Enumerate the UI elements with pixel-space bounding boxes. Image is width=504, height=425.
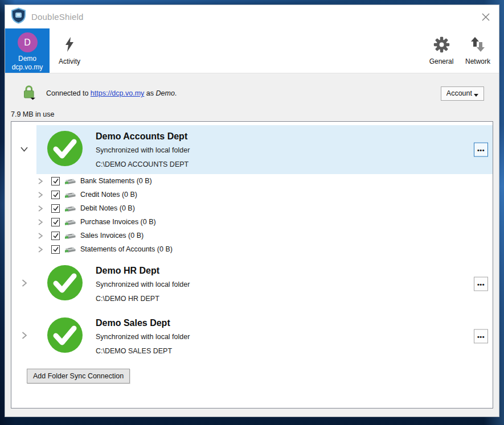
folder-checkbox[interactable] xyxy=(51,218,60,226)
activity-label: Activity xyxy=(59,57,80,65)
folder-row-debit-notes[interactable]: Debit Notes (0 B) xyxy=(11,201,493,215)
folder-label: Purchase Invoices (0 B) xyxy=(80,218,156,226)
sync-ok-icon xyxy=(47,130,83,169)
chevron-right-icon xyxy=(21,331,27,342)
connection-status-text: Connected to https://dcp.vo.my as Demo. xyxy=(46,89,177,97)
tab-account-demo[interactable]: D Demo dcp.vo.my xyxy=(5,28,50,73)
folder-checkbox[interactable] xyxy=(51,191,60,199)
connection-info: Demo Sales Dept Synchronized with local … xyxy=(96,317,190,356)
sync-ok-icon xyxy=(47,265,83,303)
folder-checkbox[interactable] xyxy=(51,232,60,240)
window-title: DoubleShield xyxy=(31,12,84,22)
desktop: { "window": { "title": "DoubleShield" },… xyxy=(0,0,504,425)
connected-prefix: Connected to xyxy=(46,89,91,97)
drive-icon xyxy=(64,245,76,254)
connection-sync-status: Synchronized with local folder xyxy=(96,333,190,341)
folder-label: Bank Statements (0 B) xyxy=(80,177,152,185)
connection-row-hr[interactable]: Demo HR Dept Synchronized with local fol… xyxy=(11,259,493,308)
chevron-right-icon[interactable] xyxy=(38,178,47,185)
folder-row-bank-statements[interactable]: Bank Statements (0 B) xyxy=(11,174,493,188)
connection-row-accounts[interactable]: Demo Accounts Dept Synchronized with loc… xyxy=(11,125,493,174)
connection-row-sales[interactable]: Demo Sales Dept Synchronized with local … xyxy=(11,312,493,361)
connection-info: Demo Accounts Dept Synchronized with loc… xyxy=(96,131,190,169)
account-menu-button[interactable]: Account xyxy=(441,86,484,101)
folder-row-sales-invoices[interactable]: Sales Invoices (0 B) xyxy=(11,229,493,242)
connection-local-path: C:\DEMO SALES DEPT xyxy=(96,347,190,356)
user-name: Demo xyxy=(155,89,174,97)
toolbar-spacer xyxy=(86,28,425,73)
connection-sync-status: Synchronized with local folder xyxy=(96,280,190,289)
add-folder-sync-connection-button[interactable]: Add Folder Sync Connection xyxy=(27,369,130,383)
folder-checkbox[interactable] xyxy=(51,177,60,185)
secure-lock-icon[interactable] xyxy=(22,84,36,102)
folder-checkbox[interactable] xyxy=(51,204,60,213)
chevron-right-icon[interactable] xyxy=(38,191,47,199)
chevron-right-icon[interactable] xyxy=(38,218,47,226)
tab-activity[interactable]: Activity xyxy=(53,28,86,73)
connection-name: Demo HR Dept xyxy=(96,265,190,277)
folder-row-purchase-invoices[interactable]: Purchase Invoices (0 B) xyxy=(11,215,493,229)
chevron-right-icon xyxy=(21,279,27,290)
folder-checkbox[interactable] xyxy=(51,245,60,254)
more-options-button[interactable]: ••• xyxy=(474,329,488,344)
chevron-down-icon xyxy=(20,145,28,155)
app-shield-icon xyxy=(11,7,26,26)
lightning-icon xyxy=(64,34,75,55)
storage-usage-label: 7.9 MB in use xyxy=(11,110,499,118)
folder-row-statements-of-accounts[interactable]: Statements of Accounts (0 B) xyxy=(11,242,493,256)
more-options-button[interactable]: ••• xyxy=(474,277,488,291)
folder-label: Debit Notes (0 B) xyxy=(80,204,135,212)
connection-name: Demo Accounts Dept xyxy=(96,131,190,142)
status-suffix: . xyxy=(175,89,177,97)
network-label: Network xyxy=(465,57,490,65)
connection-body[interactable]: Demo Accounts Dept Synchronized with loc… xyxy=(36,125,493,174)
general-label: General xyxy=(429,57,454,65)
connection-name: Demo Sales Dept xyxy=(96,317,190,329)
gear-icon xyxy=(433,34,450,55)
main-toolbar: D Demo dcp.vo.my Activity xyxy=(5,28,499,73)
avatar: D xyxy=(18,32,38,52)
folder-label: Credit Notes (0 B) xyxy=(80,191,137,199)
drive-icon xyxy=(64,177,76,185)
network-arrows-icon xyxy=(470,34,485,55)
close-button[interactable] xyxy=(477,9,494,25)
chevron-down-icon xyxy=(474,94,478,97)
title-bar: DoubleShield xyxy=(5,5,499,28)
drive-icon xyxy=(64,232,76,240)
tab-general[interactable]: General xyxy=(425,28,458,73)
connection-local-path: C:\DEMO HR DEPT xyxy=(96,295,190,303)
drive-icon xyxy=(64,204,76,213)
connection-local-path: C:\DEMO ACCOUNTS DEPT xyxy=(96,160,190,169)
folder-label: Sales Invoices (0 B) xyxy=(80,232,144,240)
expander-hr[interactable] xyxy=(11,259,36,308)
folder-row-credit-notes[interactable]: Credit Notes (0 B) xyxy=(11,188,493,201)
connection-body[interactable]: Demo HR Dept Synchronized with local fol… xyxy=(36,259,493,308)
chevron-right-icon[interactable] xyxy=(38,232,47,240)
connection-status-bar: Connected to https://dcp.vo.my as Demo. … xyxy=(5,85,499,101)
folder-label: Statements of Accounts (0 B) xyxy=(80,245,173,253)
connection-sync-status: Synchronized with local folder xyxy=(96,146,190,155)
account-button-label: Account xyxy=(446,89,472,97)
expander-sales[interactable] xyxy=(11,312,36,361)
expander-accounts[interactable] xyxy=(11,125,36,174)
drive-icon xyxy=(64,191,76,199)
server-url-link[interactable]: https://dcp.vo.my xyxy=(91,89,144,97)
sync-ok-icon xyxy=(47,317,83,356)
connection-body[interactable]: Demo Sales Dept Synchronized with local … xyxy=(36,312,493,361)
app-window: DoubleShield D Demo dcp.vo.my Activity xyxy=(5,5,499,417)
chevron-right-icon[interactable] xyxy=(38,205,47,212)
tab-network[interactable]: Network xyxy=(461,28,494,73)
account-server: dcp.vo.my xyxy=(12,63,43,72)
chevron-right-icon[interactable] xyxy=(38,246,47,253)
sync-connections-panel: Demo Accounts Dept Synchronized with loc… xyxy=(11,121,493,409)
account-name: Demo xyxy=(18,55,36,63)
connection-info: Demo HR Dept Synchronized with local fol… xyxy=(96,265,190,303)
as-infix: as xyxy=(144,89,155,97)
drive-icon xyxy=(64,218,76,226)
more-options-button[interactable]: ••• xyxy=(474,143,488,157)
